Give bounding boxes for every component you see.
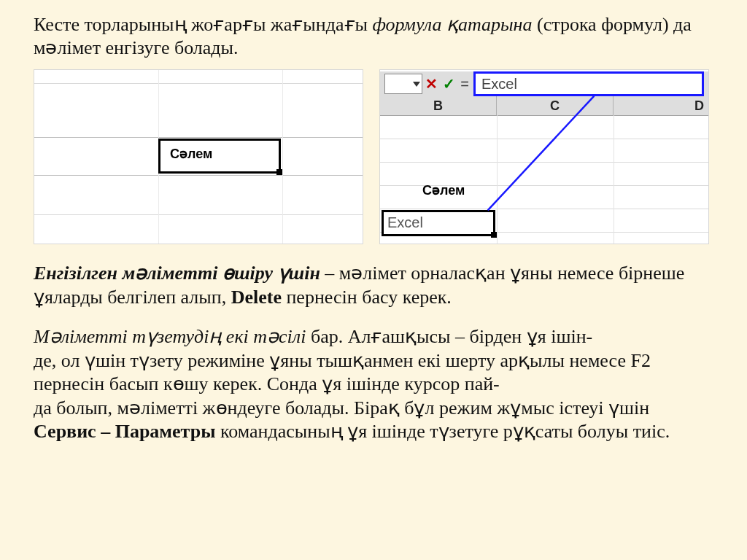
column-header-c[interactable]: C xyxy=(497,96,614,115)
fill-handle-icon[interactable] xyxy=(491,232,497,238)
equals-icon: = xyxy=(457,76,472,93)
formula-bar-value: Excel xyxy=(481,76,517,93)
intro-text-italic: формула қатарына xyxy=(372,14,532,35)
figure-cell-input: Сәлем xyxy=(34,69,363,244)
formula-bar: ✕ ✓ = Excel xyxy=(380,71,708,97)
figure-formula-bar: ✕ ✓ = Excel B C D xyxy=(379,69,709,244)
enter-icon[interactable]: ✓ xyxy=(440,74,457,94)
formula-bar-input[interactable]: Excel xyxy=(473,71,704,96)
grid-left: Сәлем xyxy=(34,70,363,244)
grid-right: Excel Сәлем xyxy=(380,115,708,244)
overlay-label: Сәлем xyxy=(422,182,465,198)
column-header-b[interactable]: B xyxy=(380,96,497,115)
p3-d: да болып, мәліметті жөндеуге болады. Бір… xyxy=(34,397,649,419)
figures-row: Сәлем ✕ ✓ = Excel B C D xyxy=(34,69,713,244)
cancel-icon[interactable]: ✕ xyxy=(422,74,440,94)
p2-delete-key: Delete xyxy=(231,287,282,308)
p3-b: бар. Алғашқысы – бірден ұя ішін- xyxy=(306,326,592,347)
column-header-d[interactable]: D xyxy=(614,96,708,115)
cell-value-label: Сәлем xyxy=(170,146,212,162)
column-headers: B C D xyxy=(380,96,708,116)
p2-lead: Енгізілген мәліметті өшіру үшін xyxy=(34,262,320,284)
fill-handle-icon[interactable] xyxy=(276,169,282,175)
intro-paragraph: Кесте торларының жоғарғы жағындағы форму… xyxy=(34,13,713,59)
chevron-down-icon xyxy=(413,82,420,87)
intro-text-1: Кесте торларының жоғарғы жағындағы xyxy=(34,14,372,35)
p3-lead: Мәліметті түзетудің екі тәсілі xyxy=(34,326,306,347)
cell-value-right: Excel xyxy=(387,214,423,231)
p3-menu: Сервис – Параметры xyxy=(34,421,215,442)
p3-f: командасының ұя ішінде түзетуге рұқсаты … xyxy=(215,421,670,442)
p2-tail: пернесін басу керек. xyxy=(282,287,452,308)
name-box-dropdown[interactable] xyxy=(384,74,422,94)
paragraph-delete: Енгізілген мәліметті өшіру үшін – мәліме… xyxy=(34,262,713,309)
paragraph-edit-modes: Мәліметті түзетудің екі тәсілі бар. Алға… xyxy=(34,325,713,444)
p3-c: де, ол үшін түзету режиміне ұяны тышқанм… xyxy=(34,350,651,395)
